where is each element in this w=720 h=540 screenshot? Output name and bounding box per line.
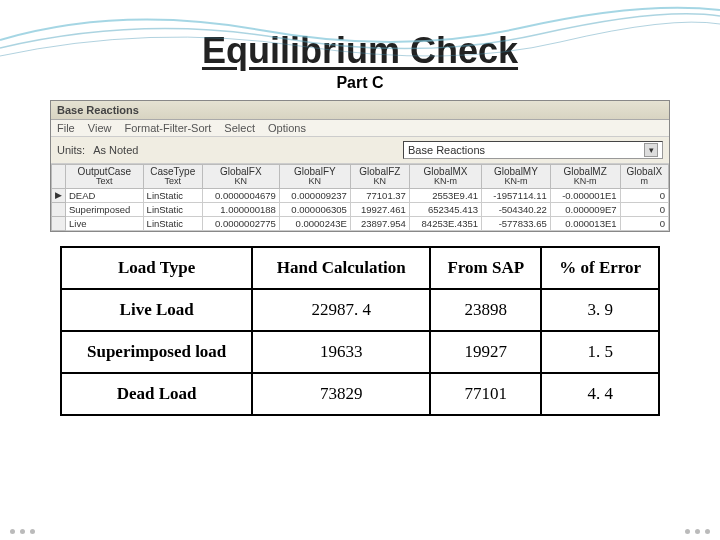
comp-cell: 73829 (252, 373, 430, 415)
grid-column-header: GlobalFYKN (279, 165, 350, 189)
row-marker: ▶ (52, 188, 66, 202)
grid-column-header: GlobalFXKN (202, 165, 279, 189)
menu-options[interactable]: Options (268, 122, 306, 134)
row-handle-header (52, 165, 66, 189)
grid-column-header: OutputCaseText (66, 165, 144, 189)
sap-toolbar: Units: As Noted Base Reactions ▾ (51, 137, 669, 164)
grid-cell: LinStatic (143, 216, 202, 230)
grid-cell: 84253E.4351 (409, 216, 481, 230)
comp-cell: 3. 9 (541, 289, 659, 331)
grid-cell: 0.0000004679 (202, 188, 279, 202)
sap-window: Base Reactions File View Format-Filter-S… (50, 100, 670, 232)
comp-cell: Superimposed load (61, 331, 252, 373)
page-indicator-right (685, 529, 710, 534)
grid-cell: 2553E9.41 (409, 188, 481, 202)
row-marker (52, 216, 66, 230)
comp-header: Hand Calculation (252, 247, 430, 289)
sap-window-title: Base Reactions (51, 101, 669, 120)
grid-cell: LinStatic (143, 188, 202, 202)
comp-header: % of Error (541, 247, 659, 289)
grid-row[interactable]: LiveLinStatic0.00000027750.0000243E23897… (52, 216, 669, 230)
grid-column-header: CaseTypeText (143, 165, 202, 189)
table-row: Superimposed load19633199271. 5 (61, 331, 659, 373)
comp-cell: 1. 5 (541, 331, 659, 373)
comp-cell: 77101 (430, 373, 541, 415)
sap-grid: OutputCaseTextCaseTypeTextGlobalFXKNGlob… (51, 164, 669, 231)
menu-select[interactable]: Select (224, 122, 255, 134)
grid-cell: Superimposed (66, 202, 144, 216)
page-title: Equilibrium Check (0, 30, 720, 72)
row-marker (52, 202, 66, 216)
grid-cell: 0 (620, 216, 668, 230)
menu-file[interactable]: File (57, 122, 75, 134)
grid-column-header: GlobalMZKN-m (550, 165, 620, 189)
comp-cell: 4. 4 (541, 373, 659, 415)
units-label: Units: (57, 144, 85, 156)
chevron-down-icon: ▾ (644, 143, 658, 157)
grid-cell: 0 (620, 202, 668, 216)
grid-cell: 1.000000188 (202, 202, 279, 216)
grid-row[interactable]: ▶DEADLinStatic0.00000046790.000009237771… (52, 188, 669, 202)
comp-cell: 22987. 4 (252, 289, 430, 331)
grid-cell: 0 (620, 188, 668, 202)
menu-view[interactable]: View (88, 122, 112, 134)
dropdown-value: Base Reactions (408, 144, 485, 156)
grid-column-header: GlobalFZKN (350, 165, 409, 189)
grid-cell: -0.000001E1 (550, 188, 620, 202)
grid-cell: 19927.461 (350, 202, 409, 216)
grid-cell: -577833.65 (482, 216, 551, 230)
comp-header: Load Type (61, 247, 252, 289)
comp-header: From SAP (430, 247, 541, 289)
grid-cell: -1957114.11 (482, 188, 551, 202)
grid-cell: 0.000013E1 (550, 216, 620, 230)
grid-column-header: GlobalMYKN-m (482, 165, 551, 189)
grid-cell: Live (66, 216, 144, 230)
grid-cell: 0.000006305 (279, 202, 350, 216)
grid-cell: 0.000009E7 (550, 202, 620, 216)
page-subtitle: Part C (0, 74, 720, 92)
reaction-dropdown[interactable]: Base Reactions ▾ (403, 141, 663, 159)
grid-cell: 652345.413 (409, 202, 481, 216)
grid-cell: 0.000009237 (279, 188, 350, 202)
menu-format[interactable]: Format-Filter-Sort (125, 122, 212, 134)
grid-cell: LinStatic (143, 202, 202, 216)
units-value: As Noted (93, 144, 138, 156)
grid-cell: -504340.22 (482, 202, 551, 216)
grid-column-header: GlobalXm (620, 165, 668, 189)
table-row: Dead Load73829771014. 4 (61, 373, 659, 415)
table-row: Live Load22987. 4238983. 9 (61, 289, 659, 331)
grid-cell: DEAD (66, 188, 144, 202)
comp-cell: 19927 (430, 331, 541, 373)
grid-cell: 0.0000002775 (202, 216, 279, 230)
comp-cell: Live Load (61, 289, 252, 331)
page-indicator-left (10, 529, 35, 534)
sap-menubar: File View Format-Filter-Sort Select Opti… (51, 120, 669, 137)
comparison-table: Load TypeHand CalculationFrom SAP% of Er… (60, 246, 660, 416)
grid-cell: 77101.37 (350, 188, 409, 202)
comp-cell: 23898 (430, 289, 541, 331)
grid-cell: 0.0000243E (279, 216, 350, 230)
grid-row[interactable]: SuperimposedLinStatic1.0000001880.000006… (52, 202, 669, 216)
grid-column-header: GlobalMXKN-m (409, 165, 481, 189)
comp-cell: 19633 (252, 331, 430, 373)
comp-cell: Dead Load (61, 373, 252, 415)
grid-cell: 23897.954 (350, 216, 409, 230)
